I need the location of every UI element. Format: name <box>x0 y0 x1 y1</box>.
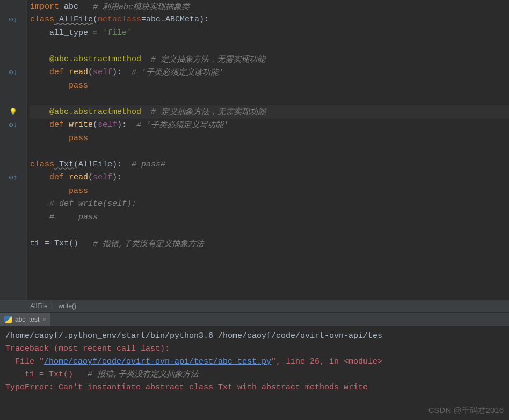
current-line[interactable]: @abc.abstractmethod # 定义抽象方法，无需实现功能 <box>30 105 509 119</box>
console-line: File "/home/caoyf/code/ovirt-ovn-api/tes… <box>5 356 504 368</box>
code-editor[interactable]: ⊙↓ ⊙↓ 💡 ⊙↓ ⊙↑ import abc # 利用abc模块实现抽象类 … <box>0 0 509 300</box>
override-icon[interactable]: ⊙↓ <box>9 15 18 24</box>
python-icon <box>4 316 12 323</box>
watermark: CSDN @千码君2016 <box>428 404 504 417</box>
close-icon[interactable]: × <box>42 316 46 323</box>
tab-label: abc_test <box>15 316 39 323</box>
console-line: Traceback (most recent call last): <box>5 343 504 356</box>
console-line: TypeError: Can't instantiate abstract cl… <box>5 381 504 394</box>
override-icon[interactable]: ⊙↓ <box>9 68 18 77</box>
breadcrumb-method[interactable]: write() <box>59 302 76 310</box>
override-icon[interactable]: ⊙↓ <box>9 120 18 129</box>
intention-bulb-icon[interactable]: 💡 <box>9 108 17 116</box>
console-line: /home/caoyf/.python_env/start/bin/python… <box>5 330 504 343</box>
run-tabs: abc_test × <box>0 313 509 327</box>
chevron-right-icon: 〉 <box>50 302 56 311</box>
implement-icon[interactable]: ⊙↑ <box>9 173 18 182</box>
console-line: t1 = Txt() # 报错,子类没有定义抽象方法 <box>5 368 504 381</box>
run-console[interactable]: /home/caoyf/.python_env/start/bin/python… <box>0 327 509 420</box>
gutter: ⊙↓ ⊙↓ 💡 ⊙↓ ⊙↑ <box>0 0 27 300</box>
code-area[interactable]: import abc # 利用abc模块实现抽象类 class AllFile(… <box>27 0 509 300</box>
breadcrumb-class[interactable]: AllFile <box>30 302 48 310</box>
tab-abc-test[interactable]: abc_test × <box>0 313 50 326</box>
breadcrumb[interactable]: AllFile 〉 write() <box>0 300 509 313</box>
file-link[interactable]: /home/caoyf/code/ovirt-ovn-api/test/abc_… <box>44 357 271 366</box>
